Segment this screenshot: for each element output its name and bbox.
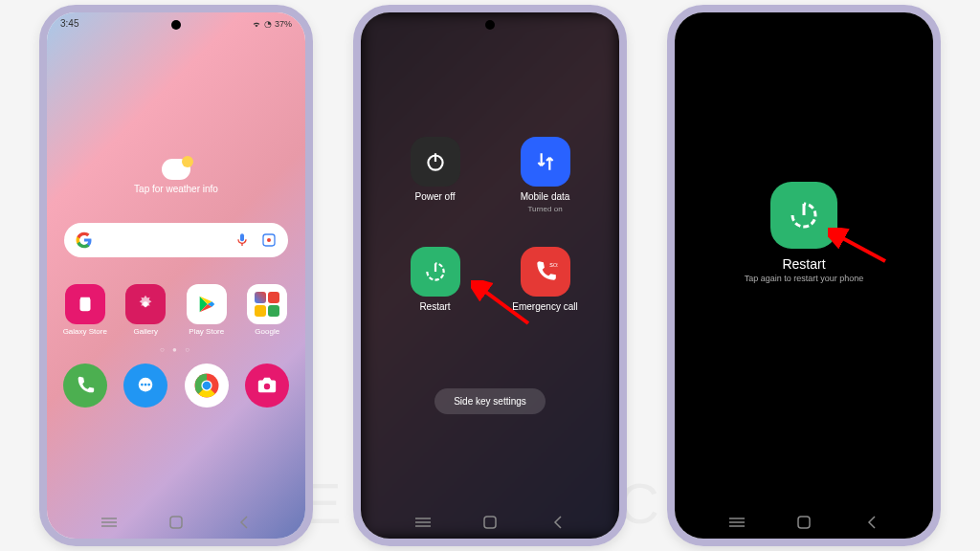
restart-label: Restart bbox=[419, 301, 450, 312]
page-indicator[interactable]: ○ ● ○ bbox=[47, 345, 305, 354]
svg-point-6 bbox=[148, 384, 151, 386]
annotation-arrow bbox=[828, 228, 895, 266]
emergency-label: Emergency call bbox=[512, 301, 577, 312]
camera-cutout bbox=[485, 20, 495, 30]
phone-restart-confirm: Restart Tap again to restart your phone bbox=[667, 5, 941, 546]
app-label: Play Store bbox=[189, 327, 224, 336]
svg-point-4 bbox=[141, 384, 144, 386]
lens-icon[interactable] bbox=[261, 232, 277, 248]
dock-messages[interactable] bbox=[123, 364, 167, 408]
mobile-data-label: Mobile data bbox=[521, 191, 570, 202]
google-logo-icon bbox=[76, 231, 93, 249]
google-search-bar[interactable] bbox=[64, 223, 288, 257]
weather-widget[interactable]: Tap for weather info bbox=[47, 159, 305, 194]
nav-home[interactable] bbox=[795, 514, 813, 531]
emergency-button[interactable]: SOS Emergency call bbox=[509, 247, 581, 312]
restart-icon bbox=[787, 198, 821, 232]
svg-line-31 bbox=[837, 235, 885, 261]
camera-icon bbox=[256, 375, 278, 396]
phone-home: 3:45 ◔ 37% Tap for weather info bbox=[39, 5, 313, 546]
play-store-icon bbox=[187, 284, 227, 324]
google-folder-icon bbox=[247, 284, 287, 324]
battery-text: 37% bbox=[275, 19, 292, 29]
app-play-store[interactable]: Play Store bbox=[179, 284, 234, 336]
side-key-settings[interactable]: Side key settings bbox=[434, 388, 546, 414]
restart-confirm-button[interactable] bbox=[770, 182, 837, 249]
restart-subtitle: Tap again to restart your phone bbox=[745, 274, 864, 283]
nav-back[interactable] bbox=[862, 514, 880, 531]
chrome-icon bbox=[192, 371, 221, 400]
dock-chrome[interactable] bbox=[185, 364, 229, 408]
app-label: Galaxy Store bbox=[63, 327, 107, 336]
app-google-folder[interactable]: Google bbox=[239, 284, 295, 336]
mobile-data-icon bbox=[521, 137, 570, 187]
power-off-icon bbox=[411, 137, 460, 187]
phone-icon bbox=[75, 375, 96, 396]
svg-rect-24 bbox=[484, 517, 496, 528]
battery-ring: ◔ bbox=[264, 19, 272, 29]
gallery-icon bbox=[125, 284, 166, 324]
weather-label: Tap for weather info bbox=[134, 184, 218, 194]
emergency-icon: SOS bbox=[521, 247, 570, 297]
svg-rect-30 bbox=[798, 517, 810, 528]
status-time: 3:45 bbox=[60, 18, 78, 29]
nav-back[interactable] bbox=[234, 514, 252, 531]
app-label: Gallery bbox=[134, 327, 158, 336]
restart-button[interactable]: Restart bbox=[399, 247, 471, 312]
app-label: Google bbox=[255, 327, 279, 336]
mic-icon[interactable] bbox=[234, 232, 250, 248]
wifi-icon bbox=[252, 19, 261, 29]
power-off-label: Power off bbox=[414, 191, 455, 202]
svg-point-12 bbox=[264, 384, 270, 389]
restart-icon bbox=[411, 247, 460, 297]
message-icon bbox=[135, 375, 156, 396]
power-off-button[interactable]: Power off bbox=[399, 137, 471, 213]
mobile-data-button[interactable]: Mobile data Turned on bbox=[509, 137, 581, 213]
camera-cutout bbox=[799, 20, 809, 30]
phone-power-menu: Power off Mobile data Turned on Restart bbox=[353, 5, 627, 546]
app-galaxy-store[interactable]: Galaxy Store bbox=[57, 284, 113, 336]
nav-recents[interactable] bbox=[728, 514, 746, 531]
svg-point-11 bbox=[202, 382, 211, 390]
nav-home[interactable] bbox=[481, 514, 499, 531]
nav-back[interactable] bbox=[548, 514, 566, 531]
dock-phone[interactable] bbox=[63, 364, 107, 408]
svg-text:SOS: SOS bbox=[549, 262, 558, 268]
weather-icon bbox=[162, 159, 190, 180]
svg-point-5 bbox=[145, 384, 147, 386]
status-right: ◔ 37% bbox=[252, 18, 292, 29]
restart-title: Restart bbox=[782, 256, 825, 272]
app-gallery[interactable]: Gallery bbox=[118, 284, 173, 336]
dock-camera[interactable] bbox=[245, 364, 289, 408]
svg-rect-16 bbox=[170, 517, 182, 528]
nav-recents[interactable] bbox=[414, 514, 432, 531]
camera-cutout bbox=[171, 20, 181, 30]
nav-home[interactable] bbox=[167, 514, 185, 531]
svg-point-1 bbox=[267, 238, 271, 242]
mobile-data-sub: Turned on bbox=[527, 205, 562, 213]
galaxy-store-icon bbox=[65, 284, 105, 324]
nav-recents[interactable] bbox=[100, 514, 118, 531]
